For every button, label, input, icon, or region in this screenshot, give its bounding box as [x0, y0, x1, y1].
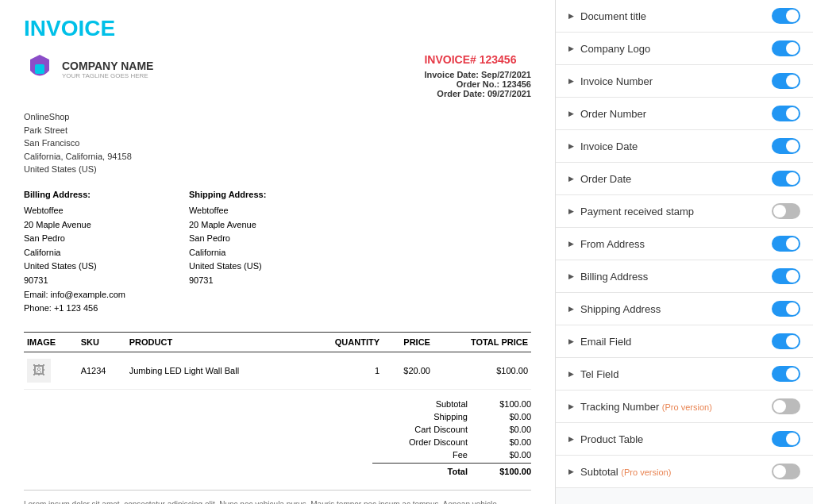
shipping-address: Shipping Address: Webtoffee 20 Maple Ave…: [189, 188, 266, 316]
chevron-right-icon: ▶: [568, 305, 574, 313]
settings-item-6[interactable]: ▶ Payment received stamp: [556, 195, 813, 228]
chevron-right-icon: ▶: [568, 272, 574, 280]
settings-item-3[interactable]: ▶ Order Number: [556, 98, 813, 130]
settings-item-1[interactable]: ▶ Company Logo: [556, 33, 813, 65]
company-name: COMPANY NAME: [62, 60, 153, 72]
col-product: PRODUCT: [126, 332, 305, 352]
chevron-right-icon: ▶: [568, 142, 574, 150]
settings-toggle[interactable]: [772, 236, 800, 252]
settings-item-left: ▶ Company Logo: [568, 43, 650, 55]
settings-toggle[interactable]: [772, 268, 800, 284]
chevron-right-icon: ▶: [568, 77, 574, 85]
order-discount-row: Order Discount $0.00: [372, 436, 531, 448]
cell-quantity: 1: [304, 352, 383, 389]
grand-total-row: Total $100.00: [372, 463, 531, 478]
settings-item-left: ▶ Invoice Date: [568, 140, 638, 152]
settings-toggle[interactable]: [772, 171, 800, 187]
settings-panel: ▶ Document title ▶ Company Logo ▶ Invoic…: [556, 0, 813, 504]
invoice-meta: Invoice Date: Sep/27/2021 Order No.: 123…: [424, 70, 531, 98]
settings-item-left: ▶ Tel Field: [568, 368, 618, 380]
cell-image: 🖼: [24, 352, 78, 389]
settings-item-7[interactable]: ▶ From Address: [556, 228, 813, 260]
settings-item-left: ▶ Document title: [568, 10, 646, 22]
bottom-divider: [24, 490, 531, 491]
settings-item-label: Billing Address: [580, 271, 648, 283]
settings-item-5[interactable]: ▶ Order Date: [556, 163, 813, 195]
settings-toggle[interactable]: [772, 203, 800, 219]
fee-row: Fee $0.00: [372, 448, 531, 461]
settings-item-label: Document title: [580, 10, 646, 22]
settings-toggle[interactable]: [772, 301, 800, 317]
settings-item-11[interactable]: ▶ Tel Field: [556, 358, 813, 391]
company-logo: COMPANY NAME YOUR TAGLINE GOES HERE: [24, 53, 153, 85]
chevron-right-icon: ▶: [568, 175, 574, 183]
col-image: IMAGE: [24, 332, 78, 352]
settings-item-label: Payment received stamp: [580, 206, 694, 217]
settings-item-label: Email Field: [580, 336, 631, 348]
settings-toggle[interactable]: [772, 366, 800, 382]
chevron-right-icon: ▶: [568, 467, 574, 475]
invoice-number-block: INVOICE# 123456 Invoice Date: Sep/27/202…: [424, 53, 531, 98]
settings-item-label: Invoice Date: [580, 140, 638, 152]
company-tagline: YOUR TAGLINE GOES HERE: [62, 72, 153, 79]
settings-toggle[interactable]: [772, 73, 800, 89]
settings-toggle[interactable]: [772, 464, 800, 479]
settings-item-left: ▶ Order Number: [568, 108, 646, 120]
settings-item-left: ▶ Tracking Number (Pro version): [568, 401, 712, 413]
col-price: PRICE: [383, 332, 433, 352]
cart-discount-row: Cart Discount $0.00: [372, 423, 531, 436]
settings-item-9[interactable]: ▶ Shipping Address: [556, 293, 813, 325]
svg-rect-0: [35, 64, 44, 74]
table-row: 🖼 A1234 Jumbing LED Light Wall Ball 1 $2…: [24, 352, 531, 389]
settings-toggle[interactable]: [772, 106, 800, 121]
subtotal-row: Subtotal $100.00: [372, 398, 531, 410]
chevron-right-icon: ▶: [568, 337, 574, 345]
settings-item-12[interactable]: ▶ Tracking Number (Pro version): [556, 391, 813, 423]
col-total-price: TOTAL PRICE: [433, 332, 531, 352]
settings-item-14[interactable]: ▶ Subtotal (Pro version): [556, 456, 813, 488]
company-name-block: COMPANY NAME YOUR TAGLINE GOES HERE: [62, 60, 153, 79]
chevron-right-icon: ▶: [568, 435, 574, 443]
settings-toggle[interactable]: [772, 8, 800, 24]
shipping-row: Shipping $0.00: [372, 410, 531, 423]
invoice-panel: INVOICE COMPANY NAME YOUR TAGLINE GOES H…: [0, 0, 556, 504]
settings-item-13[interactable]: ▶ Product Table: [556, 423, 813, 456]
settings-item-2[interactable]: ▶ Invoice Number: [556, 65, 813, 98]
col-sku: SKU: [78, 332, 126, 352]
settings-item-10[interactable]: ▶ Email Field: [556, 325, 813, 358]
footer-text: Lorem ipsum dolor sit amet, consectetur …: [24, 498, 531, 504]
settings-toggle[interactable]: [772, 431, 800, 447]
product-table: IMAGE SKU PRODUCT QUANTITY PRICE TOTAL P…: [24, 332, 531, 390]
settings-item-left: ▶ Order Date: [568, 173, 631, 185]
cell-price: $20.00: [383, 352, 433, 389]
settings-toggle[interactable]: [772, 398, 800, 414]
settings-item-label: Order Number: [580, 108, 646, 120]
chevron-right-icon: ▶: [568, 207, 574, 215]
settings-item-label: Shipping Address: [580, 303, 661, 315]
col-quantity: QUANTITY: [304, 332, 383, 352]
settings-item-0[interactable]: ▶ Document title: [556, 0, 813, 33]
settings-toggle[interactable]: [772, 138, 800, 154]
settings-item-8[interactable]: ▶ Billing Address: [556, 260, 813, 293]
settings-item-left: ▶ Subtotal (Pro version): [568, 466, 671, 478]
chevron-right-icon: ▶: [568, 402, 574, 410]
settings-toggle[interactable]: [772, 333, 800, 349]
settings-item-label: Product Table: [580, 433, 643, 445]
settings-item-label: Invoice Number: [580, 75, 653, 87]
chevron-right-icon: ▶: [568, 370, 574, 378]
cell-total: $100.00: [433, 352, 531, 389]
addresses-section: Billing Address: Webtoffee 20 Maple Aven…: [24, 188, 531, 316]
settings-item-left: ▶ Product Table: [568, 433, 643, 445]
invoice-title: INVOICE: [24, 16, 531, 41]
settings-item-label: Tel Field: [580, 368, 618, 380]
chevron-right-icon: ▶: [568, 240, 574, 248]
settings-item-label: From Address: [580, 238, 645, 250]
settings-item-4[interactable]: ▶ Invoice Date: [556, 130, 813, 163]
invoice-number: INVOICE# 123456: [424, 53, 531, 66]
settings-toggle[interactable]: [772, 40, 800, 56]
chevron-right-icon: ▶: [568, 44, 574, 52]
settings-item-left: ▶ Email Field: [568, 336, 631, 348]
settings-item-label: Order Date: [580, 173, 631, 185]
chevron-right-icon: ▶: [568, 110, 574, 117]
settings-item-left: ▶ Invoice Number: [568, 75, 653, 87]
